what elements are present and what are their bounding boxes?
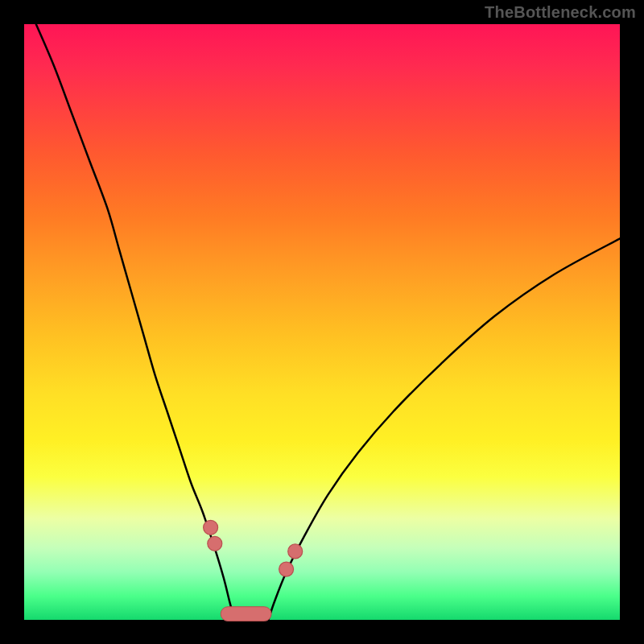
marker-dot-3	[288, 544, 303, 559]
watermark-label: TheBottleneck.com	[485, 3, 636, 22]
marker-dot-1	[208, 536, 222, 551]
marker-dot-0	[204, 520, 218, 535]
marker-dot-2	[279, 562, 294, 576]
curve-group	[36, 24, 620, 620]
plot-area	[24, 24, 620, 620]
valley-bar	[221, 607, 271, 621]
markers-group	[204, 520, 303, 621]
chart-svg	[24, 24, 620, 620]
chart-frame: TheBottleneck.com	[0, 0, 644, 644]
curve-right-branch	[268, 238, 620, 620]
